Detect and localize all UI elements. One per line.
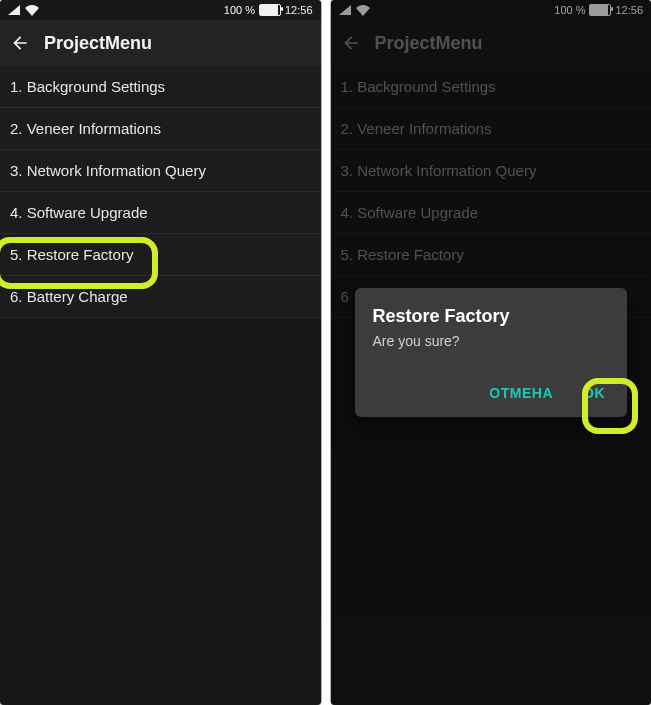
- menu-item-background-settings[interactable]: 1. Background Settings: [0, 66, 321, 108]
- empty-list-area: [0, 318, 321, 618]
- page-title: ProjectMenu: [44, 33, 152, 54]
- dialog-message: Are you sure?: [373, 333, 610, 349]
- menu-item-software-upgrade[interactable]: 4. Software Upgrade: [0, 192, 321, 234]
- wifi-icon: [25, 5, 39, 16]
- menu-item-network-information-query[interactable]: 3. Network Information Query: [0, 150, 321, 192]
- phone-right: 100 % 12:56 ProjectMenu 1. Background Se…: [331, 0, 652, 705]
- menu-item-restore-factory[interactable]: 5. Restore Factory: [0, 234, 321, 276]
- cancel-button[interactable]: ОТМЕНА: [485, 379, 557, 407]
- phone-left: 100 % 12:56 ProjectMenu 1. Background Se…: [0, 0, 321, 705]
- status-right: 100 % 12:56: [224, 4, 313, 16]
- ok-button[interactable]: OK: [579, 379, 609, 407]
- menu-item-veneer-informations[interactable]: 2. Veneer Informations: [0, 108, 321, 150]
- restore-factory-dialog: Restore Factory Are you sure? ОТМЕНА OK: [355, 288, 628, 417]
- menu-list: 1. Background Settings 2. Veneer Informa…: [0, 66, 321, 318]
- dialog-title: Restore Factory: [373, 306, 610, 327]
- app-bar: ProjectMenu: [0, 20, 321, 66]
- clock: 12:56: [285, 4, 313, 16]
- battery-icon: [259, 4, 281, 16]
- back-icon[interactable]: [10, 33, 30, 53]
- signal-icon: [8, 5, 20, 15]
- battery-percentage: 100 %: [224, 4, 255, 16]
- dialog-actions: ОТМЕНА OK: [373, 379, 610, 407]
- menu-item-battery-charge[interactable]: 6. Battery Charge: [0, 276, 321, 318]
- dual-screenshot-row: 100 % 12:56 ProjectMenu 1. Background Se…: [0, 0, 651, 705]
- status-left-icons: [8, 5, 39, 16]
- status-bar: 100 % 12:56: [0, 0, 321, 20]
